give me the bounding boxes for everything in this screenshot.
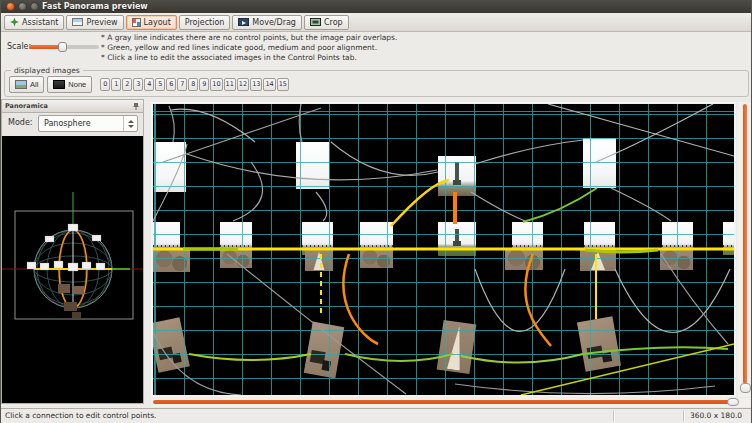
image-toggle-4[interactable]: 4 — [144, 78, 154, 91]
connection-line[interactable] — [475, 269, 565, 332]
panel-title: Panoramica — [5, 100, 48, 112]
all-images-icon — [15, 80, 27, 89]
connection-line[interactable] — [187, 154, 437, 180]
help-line: * A gray line indicates there are no con… — [101, 33, 397, 43]
connection-line[interactable] — [343, 254, 378, 344]
all-button-label: All — [30, 80, 38, 89]
image-toggle-0[interactable]: 0 — [100, 78, 110, 91]
close-button[interactable] — [6, 2, 15, 11]
image-toggle-8[interactable]: 8 — [188, 78, 198, 91]
assistant-icon — [10, 18, 19, 27]
status-separator — [683, 411, 684, 421]
tab-projection[interactable]: Projection — [179, 15, 231, 30]
connection-line[interactable] — [331, 142, 438, 175]
image-toggle-2[interactable]: 2 — [122, 78, 132, 91]
scale-slider-handle[interactable] — [58, 42, 67, 52]
status-separator — [613, 411, 614, 421]
connection-line[interactable] — [299, 104, 302, 142]
connection-line[interactable] — [661, 254, 728, 344]
help-text: * A gray line indicates there are no con… — [101, 33, 397, 63]
image-toggle-row: 0123456789101112131415 — [100, 78, 290, 91]
image-toggle-5[interactable]: 5 — [155, 78, 165, 91]
connection-line[interactable] — [471, 192, 525, 221]
connection-line[interactable] — [189, 354, 311, 360]
canvas-size-readout: 360.0 x 180.0 — [687, 409, 745, 422]
image-toggle-12[interactable]: 12 — [237, 78, 249, 91]
displayed-images-title: displayed images — [11, 66, 83, 75]
mode-combobox[interactable]: Panosphere — [38, 115, 138, 132]
none-button-label: None — [68, 80, 86, 89]
connection-line[interactable] — [171, 109, 255, 142]
scale-slider[interactable] — [29, 45, 99, 49]
image-toggle-6[interactable]: 6 — [166, 78, 176, 91]
image-toggle-15[interactable]: 15 — [277, 78, 289, 91]
all-button[interactable]: All — [9, 76, 44, 93]
status-message: Click a connection to edit control point… — [5, 409, 156, 422]
image-toggle-10[interactable]: 10 — [210, 78, 222, 91]
horizontal-slider-track — [153, 400, 731, 404]
connection-line[interactable] — [391, 180, 449, 226]
image-toggle-14[interactable]: 14 — [263, 78, 275, 91]
image-toggle-7[interactable]: 7 — [177, 78, 187, 91]
tab-label: Layout — [144, 18, 171, 27]
panosphere-preview[interactable] — [2, 136, 143, 403]
connection-line[interactable] — [169, 106, 174, 142]
horizontal-pan-slider[interactable] — [151, 398, 752, 407]
mode-value: Panosphere — [44, 116, 91, 131]
image-toggle-13[interactable]: 13 — [250, 78, 262, 91]
tab-label: Move/Drag — [252, 18, 296, 27]
image-toggle-3[interactable]: 3 — [133, 78, 143, 91]
tab-label: Projection — [185, 18, 225, 27]
tab-label: Assistant — [22, 18, 58, 27]
panorama-panel: Panoramica Mode: Panosphere — [1, 99, 144, 404]
mode-row: Mode: Panosphere — [2, 113, 143, 136]
connection-line[interactable] — [316, 192, 327, 221]
connection-line[interactable] — [611, 188, 671, 221]
crop-icon — [310, 18, 321, 26]
image-toggle-1[interactable]: 1 — [111, 78, 121, 91]
layout-icon — [132, 18, 141, 27]
spinner-down-icon — [128, 125, 134, 128]
image-toggle-9[interactable]: 9 — [199, 78, 209, 91]
panel-header: Panoramica — [2, 100, 143, 113]
spinner-up-icon — [128, 120, 134, 123]
tab-label: Crop — [324, 18, 343, 27]
connection-line[interactable] — [596, 104, 713, 162]
connection-line[interactable] — [525, 254, 551, 346]
vertical-pan-slider[interactable] — [738, 102, 752, 397]
tab-crop[interactable]: Crop — [304, 15, 349, 30]
maximize-button[interactable] — [30, 2, 39, 11]
canvas-connection-lines — [153, 104, 734, 395]
status-bar: Click a connection to edit control point… — [1, 408, 751, 423]
connection-line[interactable] — [523, 188, 597, 222]
connection-line[interactable] — [163, 108, 321, 162]
mode-label: Mode: — [8, 118, 33, 127]
layout-canvas[interactable] — [151, 102, 736, 397]
vertical-slider-handle[interactable] — [740, 383, 751, 393]
none-images-icon — [53, 80, 65, 89]
tab-move-drag[interactable]: Move/Drag — [232, 15, 302, 30]
horizontal-slider-handle[interactable] — [727, 398, 739, 406]
movedrag-icon — [238, 18, 249, 26]
scale-label: Scale: — [7, 42, 31, 51]
window-title: Fast Panorama preview — [42, 0, 148, 13]
combo-spinner[interactable] — [123, 116, 137, 131]
connection-line[interactable] — [615, 269, 730, 333]
displayed-images-group: displayed images All None 01234567891011… — [4, 70, 749, 97]
tab-assistant[interactable]: Assistant — [4, 15, 64, 30]
image-toggle-11[interactable]: 11 — [224, 78, 236, 91]
none-button[interactable]: None — [47, 76, 92, 93]
connection-line[interactable] — [461, 354, 583, 363]
pin-icon[interactable] — [132, 102, 140, 111]
tab-layout[interactable]: Layout — [126, 15, 177, 30]
vertical-slider-track — [743, 104, 747, 384]
connection-line[interactable] — [548, 104, 734, 156]
tab-preview[interactable]: Preview — [66, 15, 123, 30]
connection-line[interactable] — [475, 140, 583, 164]
title-bar: Fast Panorama preview — [1, 0, 751, 14]
minimize-button[interactable] — [18, 2, 27, 11]
connection-line[interactable] — [153, 332, 241, 395]
connection-line[interactable] — [227, 254, 406, 394]
panosphere-graphic — [2, 136, 143, 404]
connection-line[interactable] — [455, 384, 715, 394]
